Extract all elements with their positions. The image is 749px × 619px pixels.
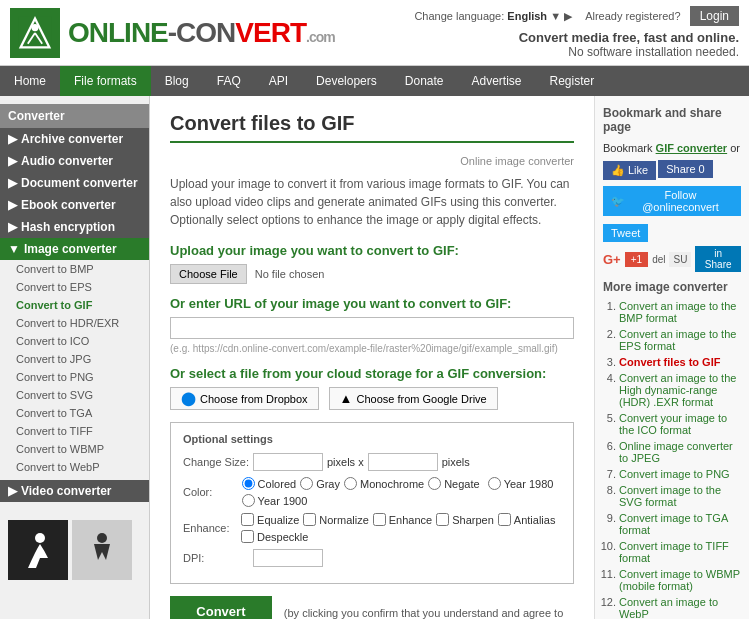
nav-advertise[interactable]: Advertise [458, 66, 536, 96]
pixels-end-label: pixels [442, 456, 470, 468]
svg-point-5 [35, 533, 45, 543]
nav-developers[interactable]: Developers [302, 66, 391, 96]
dpi-input[interactable] [253, 549, 323, 567]
already-registered: Already registered? [585, 10, 680, 22]
logo-icon [10, 8, 60, 58]
lang-select[interactable]: English [507, 10, 547, 22]
nav-file-formats[interactable]: File formats [60, 66, 151, 96]
sidebar-item-eps[interactable]: Convert to EPS [0, 278, 149, 296]
nav-register[interactable]: Register [536, 66, 609, 96]
linkedin-share-button[interactable]: in Share [695, 246, 741, 272]
more-link-bmp[interactable]: Convert an image to the BMP format [619, 300, 736, 324]
gplus-icon: G+ [603, 252, 621, 267]
more-link-svg[interactable]: Convert image to the SVG format [619, 484, 721, 508]
color-colored[interactable]: Colored [242, 477, 297, 490]
delicious-icon[interactable]: del [652, 254, 665, 265]
stumble-icon[interactable]: SU [669, 252, 691, 267]
list-item: Convert image to the SVG format [619, 484, 741, 508]
social-fb-row: 👍 Like Share 0 [603, 160, 741, 182]
sidebar-section-ebook[interactable]: ▶ Ebook converter [0, 194, 149, 216]
url-label: Or enter URL of your image you want to c… [170, 296, 574, 311]
color-year1980[interactable]: Year 1980 [488, 477, 554, 490]
sidebar-item-hdr[interactable]: Convert to HDR/EXR [0, 314, 149, 332]
follow-button[interactable]: 🐦 Follow @onlineconvert [603, 186, 741, 216]
sidebar-item-ico[interactable]: Convert to ICO [0, 332, 149, 350]
size-height-input[interactable] [368, 453, 438, 471]
more-link-tiff[interactable]: Convert image to TIFF format [619, 540, 729, 564]
tweet-button[interactable]: Tweet [603, 224, 648, 242]
sidebar-item-jpg[interactable]: Convert to JPG [0, 350, 149, 368]
sidebar-section-document[interactable]: ▶ Document converter [0, 172, 149, 194]
twitter-icon: 🐦 [611, 195, 625, 208]
tweet-row: Tweet [603, 224, 741, 246]
size-row: Change Size: pixels x pixels [183, 453, 561, 471]
arrow-icon: ▶ [8, 198, 17, 212]
color-label: Color: [183, 486, 242, 498]
bookmark-link[interactable]: GIF converter [656, 142, 728, 154]
color-year1900[interactable]: Year 1900 [242, 494, 308, 507]
share-button[interactable]: Share 0 [658, 160, 713, 178]
color-row: Color: Colored Gray Monochrome Negate Ye… [183, 477, 561, 507]
sidebar-item-bmp[interactable]: Convert to BMP [0, 260, 149, 278]
sidebar-item-webp[interactable]: Convert to WebP [0, 458, 149, 476]
enhance-sharpen[interactable]: Sharpen [436, 513, 494, 526]
choose-file-button[interactable]: Choose File [170, 264, 247, 284]
more-link-gif[interactable]: Convert files to GIF [619, 356, 720, 368]
login-button[interactable]: Login [690, 6, 739, 26]
sidebar-section-hash[interactable]: ▶ Hash encryption [0, 216, 149, 238]
enhance-normalize[interactable]: Normalize [303, 513, 369, 526]
convert-button[interactable]: Convert file [170, 596, 272, 619]
logo-svg [17, 15, 53, 51]
sidebar-section-archive[interactable]: ▶ Archive converter [0, 128, 149, 150]
nav: Home File formats Blog FAQ API Developer… [0, 66, 749, 96]
sidebar-item-tga[interactable]: Convert to TGA [0, 404, 149, 422]
list-item: Convert image to TGA format [619, 512, 741, 536]
more-link-webp[interactable]: Convert an image to WebP [619, 596, 718, 619]
more-link-tga[interactable]: Convert image to TGA format [619, 512, 728, 536]
sidebar-item-gif[interactable]: Convert to GIF [0, 296, 149, 314]
more-converter-list: Convert an image to the BMP format Conve… [603, 300, 741, 619]
nav-api[interactable]: API [255, 66, 302, 96]
sidebar-item-wbmp[interactable]: Convert to WBMP [0, 440, 149, 458]
url-input[interactable] [170, 317, 574, 339]
enhance-antialias[interactable]: Antialias [498, 513, 556, 526]
sidebar-item-svg[interactable]: Convert to SVG [0, 386, 149, 404]
sidebar-section-video[interactable]: ▶ Video converter [0, 480, 149, 502]
list-item: Convert an image to the BMP format [619, 300, 741, 324]
color-gray[interactable]: Gray [300, 477, 340, 490]
more-link-eps[interactable]: Convert an image to the EPS format [619, 328, 736, 352]
more-link-hdr[interactable]: Convert an image to the High dynamic-ran… [619, 372, 736, 408]
color-negate[interactable]: Negate [428, 477, 479, 490]
gplus-row: G+ +1 del SU in Share [603, 246, 741, 272]
gdrive-button[interactable]: ▲ Choose from Google Drive [329, 387, 498, 410]
sidebar-item-png[interactable]: Convert to PNG [0, 368, 149, 386]
gplus-button[interactable]: +1 [625, 252, 648, 267]
nav-faq[interactable]: FAQ [203, 66, 255, 96]
sidebar-img-1 [8, 520, 68, 580]
dropbox-icon: ⬤ [181, 391, 196, 406]
more-link-jpeg[interactable]: Online image converter to JPEG [619, 440, 733, 464]
sidebar-item-tiff[interactable]: Convert to TIFF [0, 422, 149, 440]
nav-donate[interactable]: Donate [391, 66, 458, 96]
more-link-ico[interactable]: Convert your image to the ICO format [619, 412, 727, 436]
like-button[interactable]: 👍 Like [603, 161, 656, 180]
enhance-despeckle[interactable]: Despeckle [241, 530, 308, 543]
terms-text: (by clicking you confirm that you unders… [284, 607, 574, 619]
list-item: Convert an image to the EPS format [619, 328, 741, 352]
dpi-label: DPI: [183, 552, 253, 564]
more-link-wbmp[interactable]: Convert image to WBMP (mobile format) [619, 568, 740, 592]
nav-home[interactable]: Home [0, 66, 60, 96]
sitting-figure-icon [18, 530, 58, 570]
more-link-png[interactable]: Convert image to PNG [619, 468, 730, 480]
list-item: Convert your image to the ICO format [619, 412, 741, 436]
dropbox-button[interactable]: ⬤ Choose from Dropbox [170, 387, 319, 410]
enhance-enhance[interactable]: Enhance [373, 513, 432, 526]
sidebar-section-audio[interactable]: ▶ Audio converter [0, 150, 149, 172]
sidebar-section-image[interactable]: ▼ Image converter [0, 238, 149, 260]
size-width-input[interactable] [253, 453, 323, 471]
list-item: Convert files to GIF [619, 356, 741, 368]
more-image-converter-title: More image converter [603, 280, 741, 294]
enhance-equalize[interactable]: Equalize [241, 513, 299, 526]
color-mono[interactable]: Monochrome [344, 477, 424, 490]
nav-blog[interactable]: Blog [151, 66, 203, 96]
